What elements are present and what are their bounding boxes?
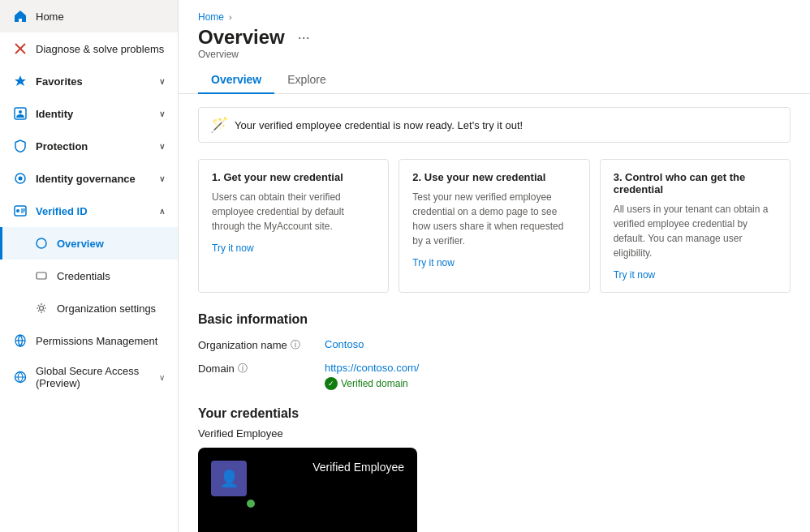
overview-icon [34, 236, 49, 251]
tab-overview[interactable]: Overview [198, 66, 274, 94]
banner-icon: 🪄 [210, 116, 228, 134]
identity-icon [13, 106, 28, 121]
ready-banner: 🪄 Your verified employee credential is n… [198, 107, 791, 143]
credential-card-title: Verified Employee [312, 461, 404, 474]
sidebar-label-home: Home [36, 11, 165, 23]
sidebar-label-favorites: Favorites [36, 75, 151, 88]
governance-chevron: ∨ [159, 174, 165, 183]
org-name-info-icon[interactable]: ⓘ [291, 338, 300, 352]
identity-chevron: ∨ [159, 109, 165, 118]
credentials-icon [34, 268, 49, 283]
breadcrumb: Home › [179, 0, 810, 23]
breadcrumb-separator: › [229, 12, 232, 22]
credential-card: 👤 Verified Employee Contoso [198, 448, 417, 532]
page-subtitle: Overview [179, 49, 810, 66]
svg-point-14 [40, 307, 44, 311]
home-icon [13, 9, 28, 24]
domain-info-icon[interactable]: ⓘ [238, 362, 248, 375]
sidebar-item-credentials[interactable]: Credentials [0, 260, 178, 292]
org-settings-icon [34, 301, 49, 315]
basic-info-title: Basic information [198, 312, 791, 327]
sidebar-item-favorites[interactable]: Favorites ∨ [0, 65, 178, 97]
domain-label: Domain ⓘ [198, 362, 312, 375]
svg-rect-13 [37, 272, 46, 279]
sidebar-label-org-settings: Organization settings [57, 302, 165, 315]
sidebar-label-diagnose: Diagnose & solve problems [36, 43, 165, 55]
governance-icon [13, 171, 28, 186]
svg-point-12 [37, 238, 46, 248]
tabs-bar: Overview Explore [179, 66, 810, 94]
sidebar-item-protection[interactable]: Protection ∨ [0, 130, 178, 162]
tab-explore[interactable]: Explore [274, 66, 338, 94]
page-title: Overview [198, 26, 285, 49]
verified-id-icon [13, 204, 28, 218]
favorites-icon [13, 74, 28, 88]
step-2-desc: Test your new verified employee credenti… [412, 190, 575, 248]
org-name-row: Organization name ⓘ Contoso [198, 338, 791, 352]
svg-point-6 [19, 177, 23, 181]
svg-point-4 [19, 110, 22, 114]
sidebar: Home Diagnose & solve problems Favorites… [0, 0, 179, 532]
sidebar-label-overview: Overview [57, 238, 165, 250]
sidebar-item-org-settings[interactable]: Organization settings [0, 292, 178, 324]
verified-check-icon: ✓ [325, 377, 338, 390]
step-card-2: 2. Use your new credential Test your new… [399, 159, 589, 293]
protection-icon [13, 139, 28, 153]
step-2-title: 2. Use your new credential [412, 171, 575, 183]
credentials-subtitle: Verified Employee [198, 427, 791, 440]
person-icon: 👤 [219, 469, 239, 488]
sidebar-item-overview[interactable]: Overview [0, 227, 178, 260]
sidebar-item-permissions[interactable]: Permissions Management [0, 324, 178, 357]
sidebar-item-verified-id[interactable]: Verified ID ∧ [0, 195, 178, 227]
svg-point-8 [16, 209, 19, 212]
sidebar-label-global-access: Global Secure Access (Preview) [36, 365, 151, 389]
svg-marker-2 [15, 75, 26, 86]
banner-text: Your verified employee credential is now… [235, 119, 523, 131]
global-access-chevron: ∨ [159, 373, 165, 382]
page-title-row: Overview ··· [179, 23, 810, 49]
credentials-section-title: Your credentials [198, 406, 791, 421]
step-3-desc: All users in your tenant can obtain a ve… [614, 202, 777, 260]
sidebar-item-home[interactable]: Home [0, 0, 178, 32]
credential-avatar: 👤 [211, 461, 247, 496]
sidebar-item-global-access[interactable]: Global Secure Access (Preview) ∨ [0, 357, 178, 397]
sidebar-item-diagnose[interactable]: Diagnose & solve problems [0, 32, 178, 65]
content-area: 🪄 Your verified employee credential is n… [179, 94, 810, 532]
breadcrumb-home[interactable]: Home [198, 11, 224, 23]
verified-text: Verified domain [341, 378, 408, 389]
protection-chevron: ∨ [159, 142, 165, 151]
step-3-title: 3. Control who can get the credential [614, 171, 777, 195]
domain-row: Domain ⓘ https://contoso.com/ ✓ Verified… [198, 362, 791, 390]
step-card-3: 3. Control who can get the credential Al… [600, 159, 791, 293]
domain-values: https://contoso.com/ ✓ Verified domain [325, 362, 419, 390]
step-1-title: 1. Get your new credential [212, 171, 375, 183]
favorites-chevron: ∨ [159, 77, 165, 86]
main-content: Home › Overview ··· Overview Overview Ex… [179, 0, 810, 532]
step-cards: 1. Get your new credential Users can obt… [198, 159, 791, 293]
sidebar-label-permissions: Permissions Management [36, 335, 165, 347]
verified-id-chevron: ∧ [159, 207, 165, 216]
global-access-icon [13, 370, 28, 384]
sidebar-item-identity[interactable]: Identity ∨ [0, 97, 178, 130]
step-1-link[interactable]: Try it now [212, 242, 254, 254]
step-1-desc: Users can obtain their verified employee… [212, 190, 375, 234]
org-name-label: Organization name ⓘ [198, 338, 312, 352]
sidebar-label-identity: Identity [36, 108, 151, 120]
sidebar-item-governance[interactable]: Identity governance ∨ [0, 162, 178, 195]
step-2-link[interactable]: Try it now [412, 257, 455, 268]
permissions-icon [13, 333, 28, 348]
domain-url[interactable]: https://contoso.com/ [325, 362, 419, 374]
verified-badge: ✓ Verified domain [325, 377, 419, 390]
credential-verified-dot [245, 498, 256, 509]
sidebar-label-credentials: Credentials [57, 270, 165, 282]
sidebar-label-governance: Identity governance [36, 173, 151, 185]
sidebar-label-protection: Protection [36, 140, 151, 152]
step-card-1: 1. Get your new credential Users can obt… [198, 159, 389, 293]
page-ellipsis-menu[interactable]: ··· [293, 28, 315, 48]
diagnose-icon [13, 41, 28, 56]
org-name-value[interactable]: Contoso [325, 338, 364, 350]
step-3-link[interactable]: Try it now [614, 269, 656, 281]
sidebar-label-verified-id: Verified ID [36, 205, 151, 217]
